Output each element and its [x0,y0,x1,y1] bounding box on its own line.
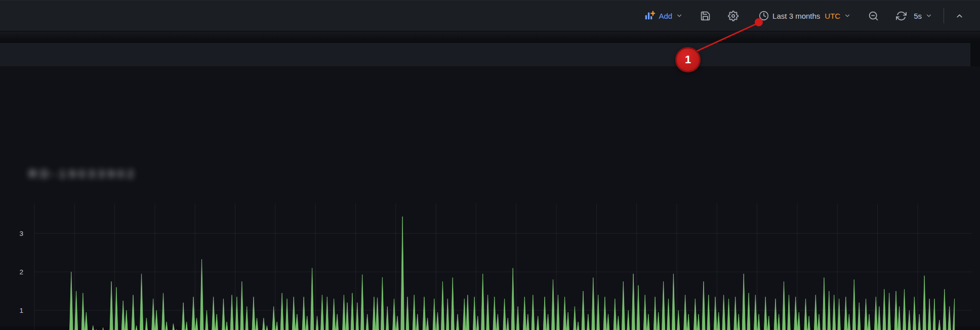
save-dashboard-button[interactable] [695,8,716,24]
add-button-label: Add [659,12,672,20]
chevron-down-icon [844,12,851,19]
zoom-out-time-button[interactable] [863,8,884,24]
y-tick-label: 2 [19,268,23,276]
chevron-down-icon [676,12,683,19]
time-range-label: Last 3 months [772,12,820,20]
refresh-interval-label: 5s [914,12,922,20]
add-panel-button[interactable]: Add [639,7,688,24]
chevron-down-icon [925,12,932,19]
top-nav-bar: Add [0,0,980,32]
panel-title-redacted[interactable]: RD-19033902 [29,168,137,181]
refresh-dashboard-button[interactable] [891,8,912,24]
time-range-picker[interactable]: Last 3 months UTC [754,8,856,24]
grafana-dashboard: { "toolbar": { "add_label": "Add", "time… [0,0,980,330]
refresh-interval-picker[interactable]: 5s [912,9,937,23]
timezone-label: UTC [825,12,840,20]
collapse-toolbar-button[interactable] [950,9,969,23]
clock-icon [759,11,769,21]
panel-row-header [0,43,970,66]
dashboard-toolbar: Add [639,7,980,24]
dashboard-settings-button[interactable] [723,8,744,24]
save-icon [700,11,711,21]
chart-panel: RD-19033902 07/2207/2607/3008/0308/0708/… [0,66,980,326]
chevron-up-icon [955,12,964,20]
refresh-icon [896,11,907,21]
y-tick-label: 3 [19,230,23,237]
y-tick-label: 1 [19,307,23,314]
gear-icon [728,11,739,21]
bar-chart-plus-icon [644,10,655,21]
nav-shadow-band [0,31,980,43]
time-series-plot[interactable]: 07/2207/2607/3008/0308/0708/1108/1508/19… [34,203,972,330]
annotation-badge-1: 1 [675,47,701,72]
zoom-out-icon [868,11,879,21]
toolbar-divider [944,8,944,23]
